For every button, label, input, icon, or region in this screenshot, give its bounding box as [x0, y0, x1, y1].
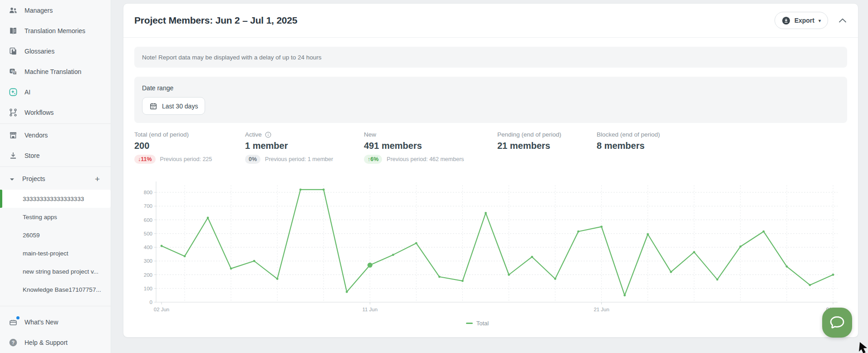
chart-legend: Total	[123, 320, 831, 327]
stat-label: New	[364, 131, 497, 138]
previous-period-text: Previous period: 1 member	[265, 156, 333, 162]
svg-text:400: 400	[144, 245, 152, 250]
project-item-label: Testing apps	[23, 214, 57, 221]
project-item[interactable]: 333333333333333333	[0, 190, 111, 208]
trend-badge: 0%	[245, 155, 260, 164]
project-item-label: main-test-project	[23, 250, 69, 257]
svg-text:500: 500	[144, 231, 152, 236]
project-item-label: Knowledge Base17107757...	[23, 286, 101, 293]
sidebar-item-glossaries[interactable]: Glossaries	[0, 41, 111, 61]
trend-badge: ↑6%	[364, 155, 382, 164]
stat-blocked: Blocked (end of period) 8 members	[597, 131, 660, 164]
stat-value: 491 members	[364, 141, 497, 151]
stat-value: 1 member	[245, 141, 364, 151]
export-button[interactable]: Export ▾	[775, 12, 828, 29]
legend-label-total: Total	[476, 320, 489, 327]
sidebar-item-label: Store	[25, 152, 39, 159]
svg-text:700: 700	[144, 203, 152, 209]
stat-total: Total (end of period) 200 ↓11% Previous …	[134, 131, 245, 164]
svg-text:0: 0	[150, 299, 152, 305]
sidebar: Managers Translation Memories Glossaries…	[0, 0, 111, 353]
export-button-label: Export	[794, 17, 814, 24]
sidebar-divider	[0, 306, 111, 306]
note-text: Note! Report data may be displayed with …	[142, 54, 322, 61]
svg-text:100: 100	[144, 286, 152, 291]
project-item-label: 26059	[23, 232, 40, 239]
note-bar: Note! Report data may be displayed with …	[134, 47, 847, 68]
stat-pending: Pending (end of period) 21 members	[497, 131, 597, 164]
svg-text:800: 800	[144, 190, 152, 195]
export-download-icon	[782, 16, 790, 25]
members-line-chart[interactable]: 010020030040050060070080002 Jun11 Jun21 …	[135, 180, 843, 317]
add-project-button[interactable]: +	[93, 174, 102, 184]
project-list: 333333333333333333 Testing apps 26059 ma…	[0, 190, 111, 299]
projects-section-header[interactable]: Projects +	[0, 168, 111, 190]
svg-text:?: ?	[12, 339, 15, 345]
sidebar-item-help-support[interactable]: ? Help & Support	[0, 332, 111, 353]
sidebar-item-label: Machine Translation	[25, 68, 81, 75]
previous-period-text: Previous period: 462 members	[387, 156, 464, 162]
sidebar-item-vendors[interactable]: Vendors	[0, 125, 111, 145]
sidebar-item-ai[interactable]: AI	[0, 82, 111, 102]
project-item[interactable]: main-test-project	[0, 244, 111, 262]
sidebar-item-label: Vendors	[25, 132, 48, 139]
sidebar-item-managers[interactable]: Managers	[0, 0, 111, 20]
sidebar-divider	[0, 167, 111, 167]
store-download-icon	[8, 151, 18, 160]
legend-marker-total	[466, 323, 473, 324]
sidebar-item-label: Translation Memories	[25, 27, 85, 34]
chat-bubble-icon	[828, 314, 846, 331]
vendors-icon	[8, 131, 18, 140]
sidebar-item-whats-new[interactable]: What's New	[0, 312, 111, 332]
date-range-value: Last 30 days	[162, 103, 198, 110]
date-range-button[interactable]: Last 30 days	[142, 97, 205, 115]
project-item-label: 333333333333333333	[23, 196, 84, 202]
sidebar-item-workflows[interactable]: Workflows	[0, 102, 111, 123]
svg-text:02 Jun: 02 Jun	[154, 307, 170, 312]
stat-new: New 491 members ↑6% Previous period: 462…	[364, 131, 497, 164]
managers-icon	[8, 6, 18, 15]
sidebar-item-store[interactable]: Store	[0, 145, 111, 166]
sidebar-item-label: AI	[25, 88, 30, 96]
machine-translation-icon: G文	[8, 67, 18, 76]
whats-new-icon	[8, 318, 18, 327]
stat-active: Active 1 member 0% Previous period: 1 me…	[245, 131, 364, 164]
previous-period-text: Previous period: 225	[160, 156, 212, 162]
project-item[interactable]: new string based project v...	[0, 262, 111, 280]
svg-text:200: 200	[144, 272, 152, 278]
date-range-panel: Date range Last 30 days	[134, 77, 847, 123]
workflows-icon	[8, 108, 18, 117]
report-card: Project Members: Jun 2 – Jul 1, 2025 Exp…	[123, 3, 858, 338]
translation-memories-icon	[8, 26, 18, 35]
calendar-icon	[149, 102, 157, 110]
stat-label: Active	[245, 131, 262, 138]
stat-label: Total (end of period)	[134, 131, 245, 138]
notification-dot	[16, 316, 20, 319]
sidebar-item-machine-translation[interactable]: G文 Machine Translation	[0, 61, 111, 82]
project-item[interactable]: Testing apps	[0, 208, 111, 226]
help-icon: ?	[8, 338, 18, 347]
project-item-label: new string based project v...	[23, 268, 98, 275]
project-item[interactable]: 26059	[0, 226, 111, 244]
info-icon[interactable]	[265, 132, 271, 138]
svg-text:21 Jun: 21 Jun	[593, 307, 609, 312]
members-chart-svg: 010020030040050060070080002 Jun11 Jun21 …	[135, 180, 843, 317]
card-header: Project Members: Jun 2 – Jul 1, 2025 Exp…	[123, 4, 858, 38]
sidebar-item-label: Glossaries	[25, 48, 54, 55]
projects-header-label: Projects	[22, 175, 45, 182]
caret-down-icon	[10, 175, 15, 182]
project-item[interactable]: Knowledge Base17107757...	[0, 280, 111, 299]
caret-down-icon: ▾	[819, 18, 821, 23]
sidebar-divider	[0, 123, 111, 124]
page-title: Project Members: Jun 2 – Jul 1, 2025	[134, 15, 775, 26]
svg-text:文: 文	[13, 71, 16, 74]
collapse-panel-button[interactable]	[838, 18, 847, 23]
chat-launcher-button[interactable]	[822, 308, 852, 338]
mouse-cursor	[858, 341, 868, 353]
stat-value: 200	[134, 141, 245, 151]
stat-value: 8 members	[597, 141, 660, 151]
sidebar-item-translation-memories[interactable]: Translation Memories	[0, 20, 111, 41]
glossaries-icon	[8, 47, 18, 56]
stat-value: 21 members	[497, 141, 597, 151]
sidebar-item-label: Workflows	[25, 109, 54, 116]
